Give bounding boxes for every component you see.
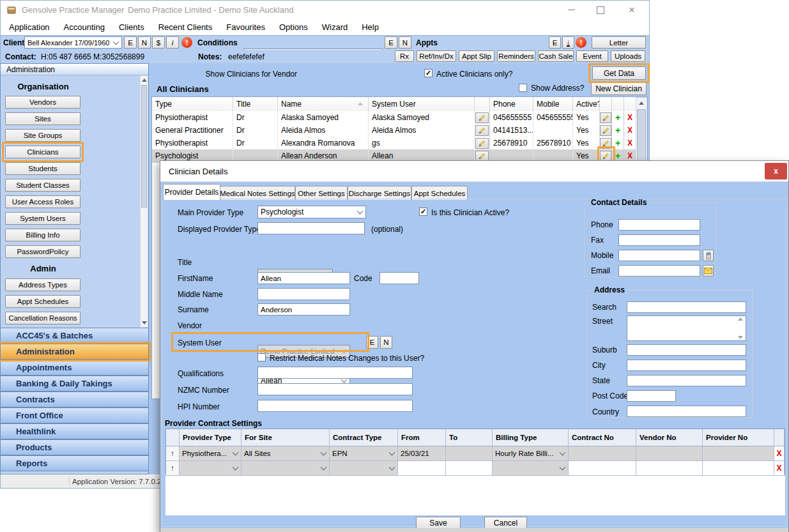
event-button[interactable]: Event — [576, 50, 608, 62]
billing-type-cell[interactable] — [493, 461, 569, 476]
menu-favourites[interactable]: Favourites — [219, 22, 272, 32]
surname-input[interactable]: Anderson — [257, 303, 350, 315]
tab-other-settings[interactable]: Other Settings — [295, 186, 348, 200]
delete-contract-button[interactable]: X — [774, 461, 785, 476]
save-button[interactable]: Save — [416, 517, 461, 529]
nav-reports[interactable]: Reports — [0, 455, 149, 471]
fax-input[interactable] — [618, 234, 700, 246]
code-input[interactable] — [379, 272, 419, 284]
edit-row-button[interactable] — [600, 138, 611, 149]
state-input[interactable] — [627, 375, 746, 386]
provider-type-cell[interactable]: Physiothera... — [180, 446, 241, 461]
edit-system-user-button[interactable] — [475, 151, 489, 162]
table-row[interactable]: General Practitioner Dr Aleida Almos Ale… — [152, 124, 636, 137]
add-row-button[interactable]: + — [615, 138, 620, 148]
contract-type-cell[interactable]: EPN — [330, 446, 398, 461]
clinician-active-checkbox[interactable]: ✓ — [419, 208, 427, 216]
mobile-input[interactable] — [618, 250, 700, 261]
sidebar-item-billing-info[interactable]: Billing Info — [5, 229, 80, 241]
appt-slip-button[interactable]: Appt Slip — [459, 50, 494, 62]
system-user-new-button[interactable]: N — [380, 336, 392, 349]
nav-banking-daily-takings[interactable]: Banking & Daily Takings — [0, 376, 149, 391]
tab-discharge-settings[interactable]: Discharge Settings — [348, 186, 411, 200]
new-clinician-button[interactable]: New Clinician — [591, 82, 647, 95]
active-clinicians-checkbox[interactable]: ✓ — [424, 69, 433, 77]
rx-button[interactable]: Rx — [395, 50, 414, 62]
cash-sale-button[interactable]: Cash Sale — [538, 50, 574, 62]
country-input[interactable] — [627, 406, 746, 417]
delete-row-button[interactable]: X — [627, 151, 632, 160]
delete-row-button[interactable]: X — [627, 139, 632, 148]
col-header-phone[interactable]: Phone — [490, 97, 533, 112]
sidebar-item-user-access-roles[interactable]: User Access Roles — [5, 195, 80, 208]
sidebar-item-cancellation-reasons[interactable]: Cancellation Reasons — [5, 312, 80, 324]
conditions-new-button[interactable]: N — [399, 36, 411, 49]
minimize-button[interactable] — [557, 1, 585, 19]
restrict-notes-checkbox[interactable] — [257, 353, 266, 361]
middle-name-input[interactable] — [257, 288, 350, 300]
nav-healthlink[interactable]: Healthlink — [0, 423, 149, 439]
add-row-button[interactable]: + — [615, 151, 620, 161]
nav-administration[interactable]: Administration — [0, 344, 149, 360]
system-user-edit-button[interactable]: E — [366, 336, 378, 349]
menu-clients[interactable]: Clients — [112, 22, 151, 32]
add-row-button[interactable]: + — [615, 112, 620, 123]
add-row-button[interactable]: + — [615, 125, 620, 135]
to-cell[interactable] — [446, 446, 493, 461]
for-site-cell[interactable]: All Sites — [241, 446, 330, 461]
close-button[interactable]: × — [616, 1, 648, 19]
edit-row-button[interactable] — [600, 125, 611, 136]
scrollbar-thumb[interactable] — [141, 85, 147, 208]
cancel-button[interactable]: Cancel — [484, 517, 527, 529]
edit-system-user-button[interactable] — [475, 125, 489, 136]
billing-type-cell[interactable]: Hourly Rate Billi... — [493, 446, 569, 461]
sidebar-item-students[interactable]: Students — [5, 162, 80, 175]
edit-system-user-button[interactable] — [475, 138, 489, 149]
dialog-close-button[interactable]: x — [765, 163, 787, 179]
provider-type-cell[interactable] — [180, 461, 241, 476]
post-code-input[interactable] — [627, 390, 676, 402]
edit-system-user-button[interactable] — [475, 112, 489, 123]
sidebar-item-appt-schedules[interactable]: Appt Schedules — [5, 295, 80, 308]
col-header-name[interactable]: Name — [278, 97, 369, 112]
client-select[interactable]: Bell Alexander 17/09/1960 — [24, 36, 122, 49]
contract-row[interactable]: ↑ X — [166, 461, 785, 476]
displayed-provider-type-input[interactable] — [257, 222, 365, 234]
sidebar-item-system-users[interactable]: System Users — [5, 212, 80, 225]
from-cell[interactable]: 25/03/21 — [398, 446, 446, 461]
for-site-cell[interactable] — [241, 461, 330, 476]
suburb-input[interactable] — [627, 344, 746, 356]
city-input[interactable] — [627, 360, 746, 371]
col-header-type[interactable]: Type — [152, 97, 233, 112]
contract-row[interactable]: ↑ Physiothera... All Sites EPN 25/03/21 … — [166, 446, 785, 461]
client-billing-button[interactable]: $ — [152, 36, 165, 49]
col-header-title[interactable]: Title — [233, 97, 278, 112]
sidebar-scrollbar[interactable] — [140, 75, 148, 328]
move-row-button[interactable]: ↑ — [166, 461, 180, 476]
sidebar-item-student-classes[interactable]: Student Classes — [5, 179, 80, 192]
appts-warning-icon[interactable]: ! — [576, 37, 586, 48]
conditions-edit-button[interactable]: E — [385, 36, 397, 49]
sidebar-item-clinicians[interactable]: Clinicians — [5, 146, 80, 158]
uploads-button[interactable]: Uploads — [611, 50, 645, 62]
address-search-input[interactable] — [627, 301, 746, 313]
move-row-button[interactable]: ↑ — [166, 446, 180, 461]
to-cell[interactable] — [446, 461, 493, 476]
street-textarea[interactable] — [627, 315, 746, 341]
table-row[interactable]: Physiotherapist Dr Alaska Samoyed Alaska… — [152, 111, 636, 125]
menu-options[interactable]: Options — [272, 22, 315, 32]
get-data-button[interactable]: Get Data — [592, 66, 646, 80]
col-header-active[interactable]: Active? — [573, 97, 600, 112]
textarea-scroll-arrows[interactable] — [737, 317, 744, 339]
client-info-button[interactable]: i — [166, 36, 179, 49]
menu-accounting[interactable]: Accounting — [57, 22, 112, 32]
nav-appointments[interactable]: Appointments — [0, 360, 149, 376]
hpi-input[interactable] — [257, 400, 413, 412]
tab-appt-schedules[interactable]: Appt Schedules — [411, 186, 468, 200]
letter-button[interactable]: Letter — [592, 36, 646, 49]
contract-no-cell[interactable] — [569, 446, 636, 461]
maximize-button[interactable] — [586, 1, 615, 19]
reminders-button[interactable]: Reminders — [497, 50, 535, 62]
delete-contract-button[interactable]: X — [774, 446, 785, 461]
col-header-system-user[interactable]: System User — [369, 97, 475, 112]
